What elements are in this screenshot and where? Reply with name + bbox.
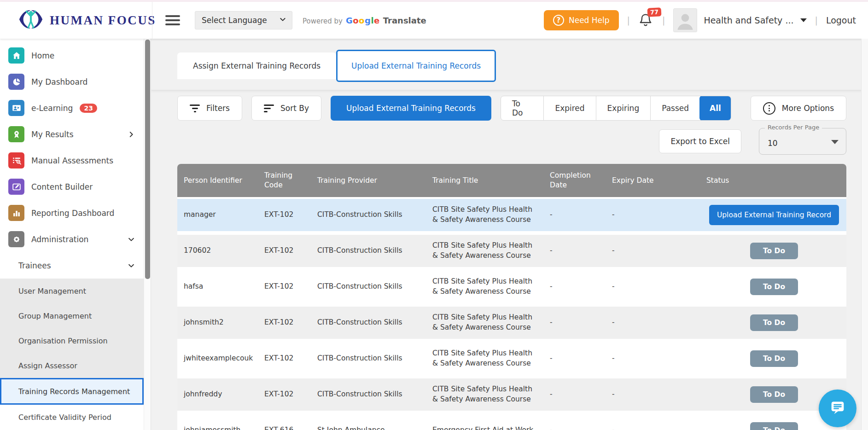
status-todo-button[interactable]: To Do <box>750 350 798 367</box>
cell-person-identifier: jwhiteexamplecouk <box>177 351 258 366</box>
cell-person-identifier: 170602 <box>177 243 258 259</box>
chevron-down-icon[interactable] <box>127 235 135 244</box>
brand-wordmark: HUMAN FOCUS <box>50 13 156 28</box>
status-filter-all[interactable]: All <box>699 96 731 121</box>
sidebar-item-certificate-validity-period[interactable]: Certificate Validity Period <box>0 405 144 430</box>
google-letter: e <box>374 16 380 25</box>
need-help-button[interactable]: ? Need Help <box>544 10 619 30</box>
cell-completion-date: - <box>543 315 606 331</box>
cell-training-title: CITB Site Safety Plus Health & Safety Aw… <box>426 310 543 335</box>
sidebar-item-manual-assessments[interactable]: Manual Assessments <box>0 147 144 174</box>
upload-external-training-record-button[interactable]: Upload External Training Record <box>709 205 839 225</box>
cell-person-identifier: johnfreddy <box>177 387 258 402</box>
notifications-bell-icon[interactable]: 77 <box>638 12 654 29</box>
account-name: Health and Safety ... <box>704 15 793 25</box>
tab-upload-external-training-records[interactable]: Upload External Training Records <box>336 50 496 82</box>
upload-external-training-records-button[interactable]: Upload External Training Records <box>331 96 491 121</box>
sidebar-item-my-results[interactable]: My Results <box>0 121 144 147</box>
sidebar-item-user-management[interactable]: User Management <box>0 279 144 303</box>
sidebar-item-label: Home <box>31 51 54 60</box>
cell-person-identifier: manager <box>177 207 258 223</box>
filter-icon <box>190 105 200 112</box>
divider: | <box>815 15 818 25</box>
chevron-down-icon <box>279 16 286 25</box>
page-body: HomeMy Dashboarde-Learning23My ResultsMa… <box>0 39 868 430</box>
filters-label: Filters <box>206 104 230 113</box>
chat-button[interactable] <box>819 389 856 427</box>
sidebar-item-content-builder[interactable]: Content Builder <box>0 174 144 200</box>
brand-logo[interactable]: HUMAN FOCUS <box>0 7 152 33</box>
table-row: managerEXT-102CITB-Construction SkillsCI… <box>177 199 846 231</box>
sidebar-item-label: Administration <box>31 235 88 244</box>
sidebar-item-trainees[interactable]: Trainees <box>0 252 144 279</box>
caret-down-icon <box>831 140 839 144</box>
filters-button[interactable]: Filters <box>177 96 242 121</box>
sort-by-button[interactable]: Sort By <box>251 96 321 121</box>
cell-training-code: EXT-616 <box>258 423 311 430</box>
sidebar-item-label: Manual Assessments <box>31 156 113 165</box>
need-help-label: Need Help <box>569 16 610 25</box>
cell-training-code: EXT-102 <box>258 315 311 331</box>
google-translate-attribution: Powered by Google Translate <box>303 16 426 25</box>
count-badge: 23 <box>80 104 97 113</box>
elearning-icon <box>8 100 24 116</box>
export-to-excel-button[interactable]: Export to Excel <box>659 129 741 153</box>
cell-training-title: CITB Site Safety Plus Health & Safety Aw… <box>426 202 543 227</box>
cell-completion-date: - <box>543 279 606 295</box>
column-header-status: Status <box>700 172 846 189</box>
sidebar-item-organisation-permission[interactable]: Organisation Permission <box>0 328 144 353</box>
tab-assign-external-training-records[interactable]: Assign External Training Records <box>177 52 336 79</box>
cell-training-code: EXT-102 <box>258 279 311 295</box>
sidebar-item-label: Trainees <box>18 261 51 270</box>
status-todo-button[interactable]: To Do <box>750 386 798 403</box>
sidebar-item-e-learning[interactable]: e-Learning23 <box>0 95 144 121</box>
status-filter-to-do[interactable]: To Do <box>501 96 543 120</box>
status-filter-passed[interactable]: Passed <box>650 96 700 120</box>
hamburger-menu-icon[interactable] <box>165 15 180 25</box>
cell-status: To Do <box>700 240 846 262</box>
more-options-label: More Options <box>782 104 834 113</box>
status-todo-button[interactable]: To Do <box>750 422 798 430</box>
powered-by-text: Powered by <box>303 17 343 25</box>
column-header-person-identifier: Person Identifier <box>177 172 258 189</box>
human-focus-logo-icon <box>17 7 44 33</box>
sidebar-item-my-dashboard[interactable]: My Dashboard <box>0 69 144 95</box>
google-letter: o <box>359 16 365 25</box>
sidebar-item-label: Certificate Validity Period <box>18 413 111 422</box>
status-filter-expiring[interactable]: Expiring <box>596 96 651 120</box>
sidebar-item-reporting-dashboard[interactable]: Reporting Dashboard <box>0 200 144 226</box>
chevron-down-icon[interactable] <box>127 261 135 270</box>
sidebar-item-label: Content Builder <box>31 182 93 192</box>
cell-completion-date: - <box>543 243 606 259</box>
content-builder-icon <box>8 179 24 195</box>
language-select[interactable]: Select Language <box>195 11 292 29</box>
cell-expiry-date: - <box>606 279 700 295</box>
status-todo-button[interactable]: To Do <box>750 279 798 295</box>
sidebar-item-group-management[interactable]: Group Management <box>0 303 144 328</box>
more-options-button[interactable]: More Options <box>751 96 846 121</box>
status-todo-button[interactable]: To Do <box>750 243 798 259</box>
logout-link[interactable]: Logout <box>826 15 856 25</box>
sidebar-item-administration[interactable]: Administration <box>0 226 144 252</box>
sidebar: HomeMy Dashboarde-Learning23My ResultsMa… <box>0 39 144 430</box>
chevron-right-icon[interactable] <box>127 130 135 139</box>
google-letter: g <box>365 16 371 25</box>
column-header-training-provider: Training Provider <box>311 172 426 189</box>
cell-person-identifier: hafsa <box>177 279 258 295</box>
sidebar-item-assign-assessor[interactable]: Assign Assessor <box>0 353 144 378</box>
sidebar-item-label: My Results <box>31 130 74 139</box>
account-menu[interactable]: Health and Safety ... <box>704 15 806 25</box>
sidebar-scrollbar-thumb[interactable] <box>145 40 150 279</box>
cell-completion-date: - <box>543 207 606 223</box>
reporting-icon <box>8 205 24 221</box>
page-scrollbar[interactable] <box>861 39 868 430</box>
sidebar-scrollbar[interactable] <box>144 39 151 430</box>
sidebar-item-training-records-management[interactable]: Training Records Management <box>0 378 144 405</box>
divider: | <box>627 15 630 25</box>
avatar[interactable] <box>673 8 697 32</box>
records-per-page-select[interactable]: Records Per Page 10 <box>759 128 846 155</box>
status-todo-button[interactable]: To Do <box>750 314 798 331</box>
results-icon <box>8 126 24 142</box>
sidebar-item-home[interactable]: Home <box>0 42 144 69</box>
status-filter-expired[interactable]: Expired <box>543 96 595 120</box>
